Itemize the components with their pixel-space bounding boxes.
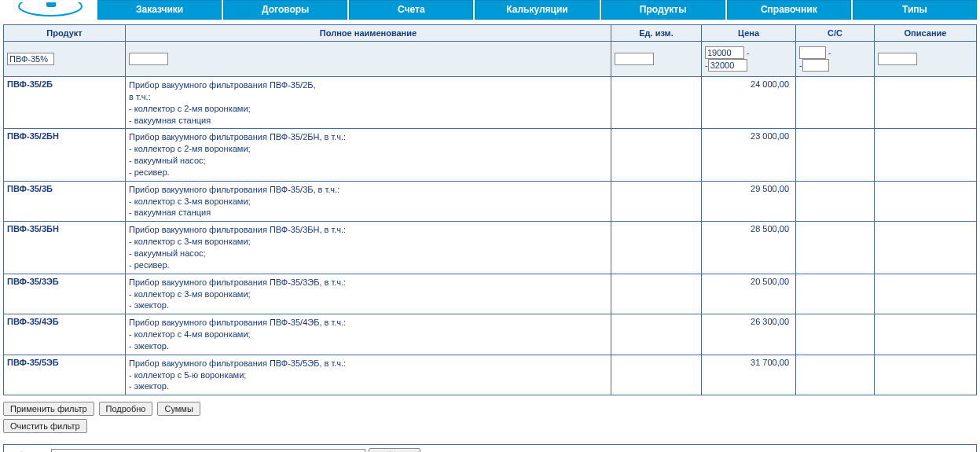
filter-unit-input[interactable]: [615, 53, 654, 65]
cc-cell: [796, 77, 875, 129]
svg-rect-1: [46, 2, 56, 7]
nav-invoices[interactable]: Счета: [349, 0, 473, 20]
table-row: ПВФ-35/3БНПрибор вакуумного фильтрования…: [4, 222, 977, 274]
header-price: Цена: [702, 25, 796, 42]
cc-cell: [796, 181, 875, 222]
sums-button[interactable]: Суммы: [157, 402, 200, 416]
unit-cell: [611, 181, 702, 222]
cc-cell: [796, 314, 875, 355]
cc-cell: [796, 355, 875, 395]
nav-calculations[interactable]: Калькуляции: [475, 0, 599, 20]
filter-fullname-input[interactable]: [129, 53, 168, 65]
desc-cell: [875, 314, 977, 355]
fullname-cell: Прибор вакуумного фильтрования ПВФ-35/3Э…: [126, 274, 611, 314]
product-link[interactable]: ПВФ-35/4ЭБ: [7, 317, 59, 326]
filter-desc-input[interactable]: [878, 53, 917, 65]
price-cell: 23 000,00: [702, 129, 796, 181]
unit-cell: [611, 77, 702, 129]
unit-cell: [611, 222, 702, 274]
cc-cell: [796, 274, 875, 314]
table-row: ПВФ-35/4ЭБПрибор вакуумного фильтрования…: [4, 314, 977, 355]
nav-customers[interactable]: Заказчики: [97, 0, 222, 20]
product-link[interactable]: ПВФ-35/3БН: [7, 224, 59, 233]
price-cell: 29 500,00: [702, 181, 796, 222]
header-unit: Ед. изм.: [611, 25, 702, 42]
price-cell: 26 300,00: [702, 314, 796, 355]
filter-cc-from-input[interactable]: [799, 46, 826, 59]
range-separator: -: [828, 48, 831, 57]
filter-row: - - - -: [4, 42, 977, 77]
price-cell: 28 500,00: [702, 222, 796, 274]
price-cell: 20 500,00: [702, 274, 796, 314]
nav-products[interactable]: Продукты: [601, 0, 725, 20]
table-row: ПВФ-35/3БПрибор вакуумного фильтрования …: [4, 181, 977, 222]
main-nav: Заказчики Договоры Счета Калькуляции Про…: [97, 0, 977, 20]
table-header-row: Продукт Полное наименование Ед. изм. Цен…: [4, 25, 977, 42]
add-input[interactable]: [51, 449, 365, 452]
range-separator: -: [747, 48, 750, 57]
header-product: Продукт: [4, 25, 126, 42]
filter-cc-to-input[interactable]: [802, 59, 829, 72]
unit-cell: [611, 274, 702, 314]
filter-price-to-input[interactable]: [708, 59, 747, 72]
desc-cell: [875, 355, 977, 395]
nav-directory[interactable]: Справочник: [727, 0, 851, 20]
unit-cell: [611, 314, 702, 355]
fullname-cell: Прибор вакуумного фильтрования ПВФ-35/5Э…: [126, 355, 611, 395]
product-link[interactable]: ПВФ-35/5ЭБ: [7, 358, 59, 367]
header-desc: Описание: [875, 25, 977, 42]
table-row: ПВФ-35/2БНПрибор вакуумного фильтрования…: [4, 129, 977, 181]
filter-price-from-input[interactable]: [705, 46, 744, 59]
fullname-cell: Прибор вакуумного фильтрования ПВФ-35/3Б…: [126, 222, 611, 274]
desc-cell: [875, 222, 977, 274]
fullname-cell: Прибор вакуумного фильтрования ПВФ-35/4Э…: [126, 314, 611, 355]
product-link[interactable]: ПВФ-35/2Б: [7, 79, 53, 89]
nav-types[interactable]: Типы: [853, 0, 977, 20]
details-button[interactable]: Подробно: [99, 402, 153, 416]
desc-cell: [875, 181, 977, 222]
products-table: Продукт Полное наименование Ед. изм. Цен…: [3, 24, 977, 395]
action-buttons-row2: Очистить фильтр: [3, 419, 977, 433]
fullname-cell: Прибор вакуумного фильтрования ПВФ-35/2Б…: [126, 129, 611, 181]
top-bar: Заказчики Договоры Счета Калькуляции Про…: [3, 0, 977, 20]
add-bar: Добавить: Добавить: [3, 444, 977, 452]
filter-product-input[interactable]: [7, 53, 54, 65]
clear-filter-button[interactable]: Очистить фильтр: [3, 419, 87, 433]
price-cell: 31 700,00: [702, 355, 796, 395]
desc-cell: [875, 77, 977, 129]
nav-contracts[interactable]: Договоры: [223, 0, 347, 20]
cc-cell: [796, 129, 875, 181]
table-row: ПВФ-35/5ЭБПрибор вакуумного фильтрования…: [4, 355, 977, 395]
product-link[interactable]: ПВФ-35/3ЭБ: [7, 277, 59, 286]
apply-filter-button[interactable]: Применить фильтр: [3, 402, 94, 416]
logo-icon: [3, 2, 97, 18]
unit-cell: [611, 129, 702, 181]
cc-cell: [796, 222, 875, 274]
product-link[interactable]: ПВФ-35/2БН: [7, 131, 59, 141]
header-fullname: Полное наименование: [126, 25, 611, 42]
add-button[interactable]: Добавить: [369, 448, 421, 452]
desc-cell: [875, 129, 977, 181]
unit-cell: [611, 355, 702, 395]
desc-cell: [875, 274, 977, 314]
fullname-cell: Прибор вакуумного фильтрования ПВФ-35/3Б…: [126, 181, 611, 222]
table-row: ПВФ-35/2БПрибор вакуумного фильтрования …: [4, 77, 977, 129]
product-link[interactable]: ПВФ-35/3Б: [7, 184, 53, 193]
fullname-cell: Прибор вакуумного фильтрования ПВФ-35/2Б…: [126, 77, 611, 129]
header-cc: С/С: [796, 25, 875, 42]
price-cell: 24 000,00: [702, 77, 796, 129]
table-row: ПВФ-35/3ЭБПрибор вакуумного фильтрования…: [4, 274, 977, 314]
action-buttons-row1: Применить фильтр Подробно Суммы: [3, 402, 977, 416]
